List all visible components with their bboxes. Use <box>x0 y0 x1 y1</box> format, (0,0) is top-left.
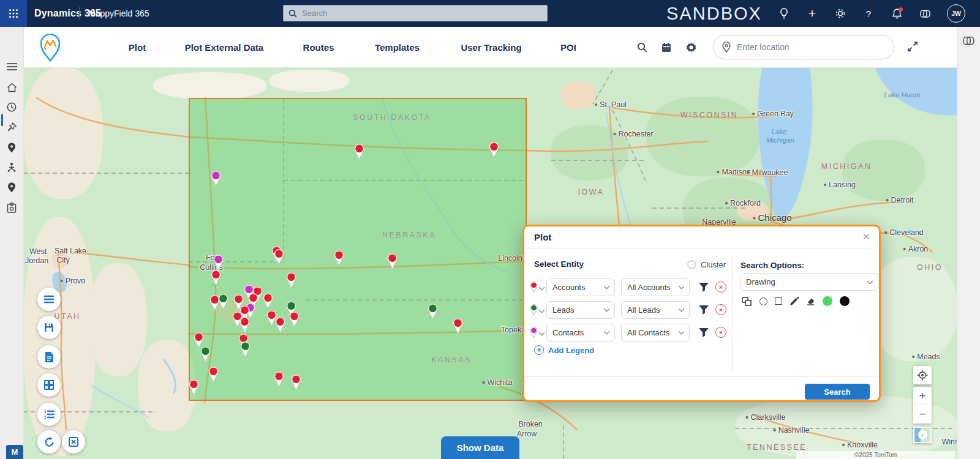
color-green-swatch[interactable] <box>823 296 832 306</box>
map-marker-red[interactable] <box>238 316 251 333</box>
bell-icon[interactable] <box>891 7 903 20</box>
remove-row-icon[interactable]: × <box>715 304 726 315</box>
tab-plot-external-data[interactable]: Plot External Data <box>173 42 276 53</box>
map-marker-red[interactable] <box>273 370 285 387</box>
location-search-box[interactable] <box>713 35 894 59</box>
circle-tool-icon[interactable] <box>760 297 767 305</box>
map-marker-red[interactable] <box>262 292 274 309</box>
expand-icon[interactable] <box>907 41 919 53</box>
sidebar-menu-button[interactable] <box>0 58 23 76</box>
sidebar-home-button[interactable] <box>0 78 23 97</box>
color-black-swatch[interactable] <box>840 296 850 306</box>
global-search-box[interactable] <box>283 5 548 21</box>
filter-icon[interactable] <box>698 327 709 338</box>
calendar-icon[interactable] <box>660 41 673 53</box>
map-marker-red[interactable] <box>187 378 200 395</box>
copilot-icon[interactable] <box>962 34 976 48</box>
map-marker-red[interactable] <box>451 317 464 334</box>
polygon-tool-icon[interactable] <box>742 297 752 306</box>
app-launcher-button[interactable] <box>0 0 27 27</box>
grid-button[interactable] <box>37 373 61 397</box>
map-marker-red[interactable] <box>207 365 220 382</box>
remove-row-icon[interactable]: × <box>715 327 726 338</box>
pin-color-chevron-icon[interactable] <box>539 329 545 335</box>
map-marker-red[interactable] <box>265 309 278 326</box>
map-marker-red[interactable] <box>386 252 399 269</box>
entity-select[interactable]: Contacts <box>546 324 615 341</box>
sidebar-tasks-button[interactable] <box>0 198 23 217</box>
add-legend-link[interactable]: + Add Legend <box>534 345 594 355</box>
view-select[interactable]: All Leads <box>621 301 690 319</box>
map-marker-red[interactable] <box>285 271 298 288</box>
map-marker-red[interactable] <box>209 269 222 286</box>
add-icon[interactable]: + <box>806 7 818 20</box>
entity-pin-icon[interactable] <box>529 281 538 293</box>
tab-plot[interactable]: Plot <box>102 42 173 53</box>
eraser-tool-icon[interactable] <box>806 297 815 305</box>
view-select[interactable]: All Accounts <box>621 278 690 296</box>
tab-user-tracking[interactable]: User Tracking <box>433 42 549 53</box>
lightbulb-icon[interactable] <box>778 7 790 20</box>
pin-color-chevron-icon[interactable] <box>539 307 545 313</box>
filter-icon[interactable] <box>698 305 709 315</box>
tab-routes[interactable]: Routes <box>276 42 361 53</box>
radio-circle-icon[interactable] <box>687 260 696 269</box>
entity-pin-icon[interactable] <box>529 326 538 338</box>
gear-icon[interactable] <box>834 7 846 20</box>
overview-map-button[interactable]: ‹ <box>913 427 932 443</box>
map-marker-magenta[interactable] <box>209 170 222 187</box>
search-options-select[interactable]: Drawing <box>740 273 878 291</box>
remove-row-icon[interactable]: × <box>715 282 726 293</box>
map-marker-red[interactable] <box>288 310 301 327</box>
tab-poi[interactable]: POI <box>549 42 587 53</box>
copilot-icon[interactable] <box>919 7 931 20</box>
global-search-input[interactable] <box>301 8 511 18</box>
legend-list-button[interactable]: 12 <box>37 403 61 426</box>
rectangle-tool-icon[interactable] <box>775 297 782 305</box>
cluster-radio[interactable]: Cluster <box>687 260 726 269</box>
filter-icon[interactable] <box>698 282 709 293</box>
avatar[interactable]: JW <box>947 4 965 23</box>
map-marker-red[interactable] <box>488 141 500 158</box>
gear-icon[interactable] <box>685 41 697 53</box>
search-icon[interactable] <box>636 41 648 53</box>
close-icon[interactable]: ✕ <box>861 231 872 242</box>
map-marker-red[interactable] <box>353 143 366 160</box>
entity-pin-icon[interactable] <box>529 304 538 316</box>
close-selection-button[interactable] <box>62 430 85 453</box>
map-marker-green[interactable] <box>199 345 212 362</box>
show-data-button[interactable]: Show Data <box>441 436 519 459</box>
map-marker-green[interactable] <box>239 340 252 357</box>
entity-select[interactable]: Leads <box>546 301 615 319</box>
zoom-control[interactable]: + − <box>913 387 932 424</box>
sidebar-pinned-button[interactable] <box>0 118 23 136</box>
sidebar-map-button-active[interactable] <box>0 138 23 157</box>
refresh-button[interactable] <box>37 430 61 453</box>
file-button[interactable] <box>37 345 61 368</box>
zoom-in-button[interactable]: + <box>913 387 932 405</box>
mappyfield-logo[interactable] <box>39 34 62 62</box>
locate-button[interactable] <box>913 366 932 384</box>
map-marker-red[interactable] <box>273 248 285 265</box>
layers-menu-button[interactable] <box>37 288 61 311</box>
map-marker-green[interactable] <box>217 293 230 310</box>
suite-title[interactable]: MappyField 365 <box>88 0 149 27</box>
sidebar-recent-button[interactable] <box>0 98 23 116</box>
tab-templates[interactable]: Templates <box>361 42 433 53</box>
pencil-tool-icon[interactable] <box>790 297 799 306</box>
save-button[interactable] <box>37 316 61 339</box>
map-marker-red[interactable] <box>290 373 303 390</box>
location-input[interactable] <box>736 42 873 53</box>
help-icon[interactable]: ? <box>862 7 875 20</box>
entity-select[interactable]: Accounts <box>546 278 615 296</box>
pin-color-chevron-icon[interactable] <box>539 284 545 290</box>
search-button[interactable]: Search <box>805 384 870 400</box>
sidebar-territory-button[interactable] <box>0 158 23 176</box>
zoom-out-button[interactable]: − <box>913 405 932 424</box>
view-select[interactable]: All Contacts <box>621 324 690 341</box>
map-marker-magenta[interactable] <box>212 253 225 271</box>
sidebar-map-pin-button[interactable] <box>0 178 23 196</box>
map-marker-green[interactable] <box>426 302 439 319</box>
minimized-window-badge[interactable]: M <box>6 445 23 459</box>
map-marker-red[interactable] <box>333 249 345 266</box>
